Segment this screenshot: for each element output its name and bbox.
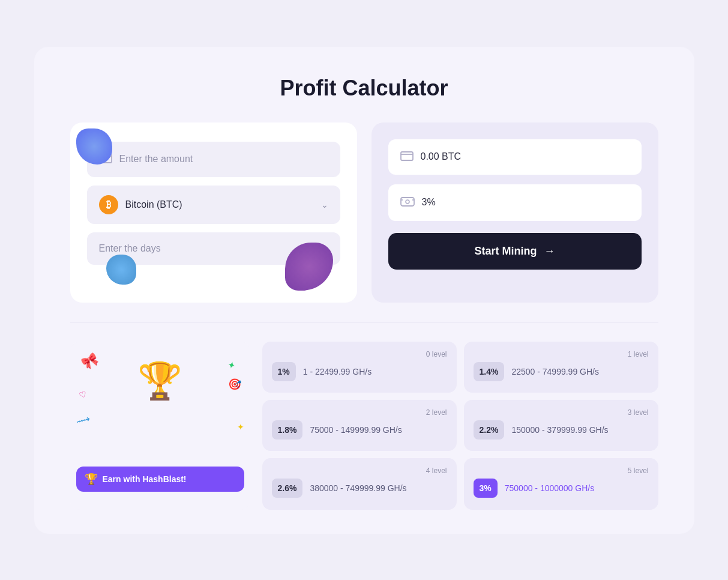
level-card: 3 level2.2%150000 - 379999.99 GH/s xyxy=(464,400,658,451)
bottom-section: 🏆 🎀 ✦ 🎯 ♡ ⟿ ✦ 🏆 Earn with HashBlast! 0 l… xyxy=(34,342,694,510)
percent-badge: 3% xyxy=(474,479,498,498)
level-label: 2 level xyxy=(272,408,447,417)
range-text: 22500 - 74999.99 GH/s xyxy=(511,367,599,376)
level-label: 4 level xyxy=(272,467,447,475)
range-text: 150000 - 379999.99 GH/s xyxy=(511,425,608,435)
left-panel: ₿ Bitcoin (BTC) ⌄ xyxy=(70,122,357,303)
percent-value: 3% xyxy=(422,197,436,208)
start-mining-button[interactable]: Start Mining → xyxy=(388,233,642,270)
title-section: Profit Calculator xyxy=(34,47,694,122)
amount-input[interactable] xyxy=(119,154,328,165)
start-mining-label: Start Mining xyxy=(475,245,537,258)
level-label: 5 level xyxy=(474,467,649,475)
level-card: 2 level1.8%75000 - 149999.99 GH/s xyxy=(262,400,457,451)
coin-label: Bitcoin (BTC) xyxy=(125,199,314,210)
blob-blue-top xyxy=(76,128,112,165)
decorative-items: 🎀 ✦ 🎯 ♡ ⟿ ✦ xyxy=(70,342,250,462)
deco-arrow: ⟿ xyxy=(74,412,91,427)
amount-field-wrapper[interactable] xyxy=(87,142,340,177)
coin-select[interactable]: ₿ Bitcoin (BTC) ⌄ xyxy=(87,186,340,224)
earn-banner[interactable]: 🏆 Earn with HashBlast! xyxy=(76,467,244,492)
level-label: 1 level xyxy=(474,350,649,358)
btc-value: 0.00 BTC xyxy=(421,151,462,162)
deco-target: 🎯 xyxy=(228,378,241,391)
earn-decorations: 🏆 🎀 ✦ 🎯 ♡ ⟿ ✦ xyxy=(70,342,250,462)
level-card: 5 level3%750000 - 1000000 GH/s xyxy=(464,458,658,509)
page-title: Profit Calculator xyxy=(34,76,694,101)
top-section: ₿ Bitcoin (BTC) ⌄ 0.00 BTC xyxy=(34,122,694,322)
percent-badge: 2.2% xyxy=(474,420,505,440)
money-icon xyxy=(400,195,415,210)
range-text: 380000 - 749999.99 GH/s xyxy=(310,483,406,493)
btc-output: 0.00 BTC xyxy=(388,139,642,175)
deco-sparkle: ✦ xyxy=(237,422,244,432)
deco-star-1: ✦ xyxy=(226,358,236,372)
range-text: 1 - 22499.99 GH/s xyxy=(303,367,372,376)
percent-badge: 1.8% xyxy=(272,420,303,440)
section-divider xyxy=(70,322,658,322)
deco-ribbon-1: 🎀 xyxy=(79,350,101,372)
chevron-down-icon: ⌄ xyxy=(321,200,328,210)
output-card-icon xyxy=(400,150,414,164)
deco-heart: ♡ xyxy=(77,388,88,400)
svg-rect-4 xyxy=(401,198,414,206)
percent-badge: 1% xyxy=(272,362,296,381)
svg-rect-2 xyxy=(401,152,413,160)
level-card: 4 level2.6%380000 - 749999.99 GH/s xyxy=(262,458,457,509)
banner-trophy-icon: 🏆 xyxy=(85,473,98,486)
level-label: 3 level xyxy=(474,408,649,417)
btc-icon: ₿ xyxy=(99,195,118,214)
level-card: 1 level1.4%22500 - 74999.99 GH/s xyxy=(464,342,658,393)
blob-blue-bottom xyxy=(106,255,136,285)
svg-point-5 xyxy=(406,200,409,204)
earn-card: 🏆 🎀 ✦ 🎯 ♡ ⟿ ✦ 🏆 Earn with HashBlast! xyxy=(70,342,250,510)
level-card: 0 level1%1 - 22499.99 GH/s xyxy=(262,342,457,393)
percent-badge: 2.6% xyxy=(272,479,303,498)
levels-grid: 0 level1%1 - 22499.99 GH/s1 level1.4%225… xyxy=(262,342,658,510)
right-panel: 0.00 BTC 3% Start Mining → xyxy=(372,122,658,303)
percent-output: 3% xyxy=(388,184,642,221)
level-label: 0 level xyxy=(272,350,447,358)
main-card: Profit Calculator ₿ Bitc xyxy=(34,47,694,534)
arrow-icon: → xyxy=(544,245,555,258)
earn-banner-label: Earn with HashBlast! xyxy=(103,474,187,484)
range-text: 75000 - 149999.99 GH/s xyxy=(310,425,402,435)
range-text: 750000 - 1000000 GH/s xyxy=(505,483,594,493)
percent-badge: 1.4% xyxy=(474,362,505,381)
